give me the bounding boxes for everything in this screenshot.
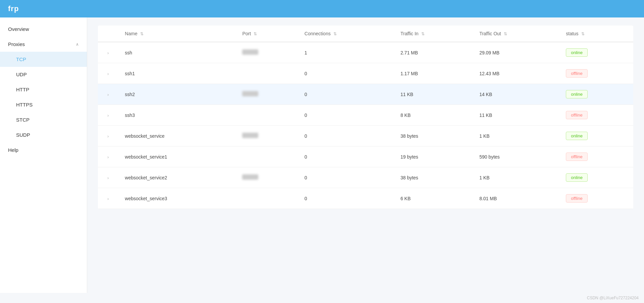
status-badge: online bbox=[566, 173, 588, 182]
col-traffic_in[interactable]: Traffic In ⇅ bbox=[394, 26, 473, 42]
proxy-traffic-out: 14 KB bbox=[473, 84, 559, 105]
status-badge: offline bbox=[566, 111, 587, 119]
col-port[interactable]: Port ⇅ bbox=[235, 26, 298, 42]
col-name[interactable]: Name ⇅ bbox=[118, 26, 235, 42]
sort-icon-connections: ⇅ bbox=[333, 32, 337, 36]
proxy-name: ssh1 bbox=[118, 63, 235, 84]
proxy-status: offline bbox=[559, 63, 633, 84]
sidebar-overview-label: Overview bbox=[8, 26, 29, 32]
proxy-status: online bbox=[559, 42, 633, 63]
expand-button[interactable]: › bbox=[105, 112, 111, 119]
table-body: ›ssh12.71 MB29.09 MBonline›ssh101.17 MB1… bbox=[98, 42, 633, 209]
app-title: frp bbox=[8, 4, 19, 13]
expand-button[interactable]: › bbox=[105, 70, 111, 78]
status-badge: offline bbox=[566, 153, 587, 161]
watermark-text: CSDN @LiXueFu727224204 bbox=[587, 296, 639, 300]
port-blurred-value bbox=[242, 174, 258, 180]
table-header-row: Name ⇅Port ⇅Connections ⇅Traffic In ⇅Tra… bbox=[98, 26, 633, 42]
proxy-port bbox=[235, 188, 298, 209]
proxy-status: offline bbox=[559, 146, 633, 167]
proxy-traffic-out: 1 KB bbox=[473, 167, 559, 188]
col-connections[interactable]: Connections ⇅ bbox=[298, 26, 394, 42]
status-badge: online bbox=[566, 132, 588, 140]
proxy-traffic-out: 29.09 MB bbox=[473, 42, 559, 63]
proxy-traffic-in: 6 KB bbox=[394, 188, 473, 209]
col-expand bbox=[98, 26, 118, 42]
sidebar-proxies-submenu: TCPUDPHTTPHTTPSSTCPSUDP bbox=[0, 52, 87, 142]
proxy-status: online bbox=[559, 84, 633, 105]
status-badge: offline bbox=[566, 69, 587, 78]
expand-cell: › bbox=[98, 188, 118, 209]
sort-icon-status: ⇅ bbox=[581, 32, 585, 36]
table-header: Name ⇅Port ⇅Connections ⇅Traffic In ⇅Tra… bbox=[98, 26, 633, 42]
proxy-traffic-in: 1.17 MB bbox=[394, 63, 473, 84]
table-row: ›websocket_service306 KB8.01 MBoffline bbox=[98, 188, 633, 209]
sidebar-item-overview[interactable]: Overview bbox=[0, 21, 87, 37]
expand-button[interactable]: › bbox=[105, 132, 111, 140]
sidebar-item-help[interactable]: Help bbox=[0, 142, 87, 158]
expand-cell: › bbox=[98, 84, 118, 105]
col-traffic_out[interactable]: Traffic Out ⇅ bbox=[473, 26, 559, 42]
table-row: ›websocket_service038 bytes1 KBonline bbox=[98, 126, 633, 146]
expand-button[interactable]: › bbox=[105, 49, 111, 57]
proxy-connections: 0 bbox=[298, 105, 394, 126]
expand-cell: › bbox=[98, 42, 118, 63]
col-status[interactable]: status ⇅ bbox=[559, 26, 633, 42]
sort-icon-name: ⇅ bbox=[140, 32, 144, 36]
sidebar-proxies-label: Proxies bbox=[8, 41, 25, 47]
sidebar-item-https[interactable]: HTTPS bbox=[0, 97, 87, 112]
sidebar: Overview Proxies ∧ TCPUDPHTTPHTTPSSTCPSU… bbox=[0, 17, 87, 293]
expand-button[interactable]: › bbox=[105, 174, 111, 182]
sidebar-item-sudp[interactable]: SUDP bbox=[0, 127, 87, 142]
proxy-connections: 1 bbox=[298, 42, 394, 63]
proxy-traffic-out: 12.43 MB bbox=[473, 63, 559, 84]
proxy-status: offline bbox=[559, 105, 633, 126]
status-badge: online bbox=[566, 90, 588, 98]
proxy-name: websocket_service2 bbox=[118, 167, 235, 188]
proxy-traffic-out: 8.01 MB bbox=[473, 188, 559, 209]
proxy-traffic-in: 11 KB bbox=[394, 84, 473, 105]
sidebar-help-label: Help bbox=[8, 147, 18, 153]
proxy-traffic-out: 1 KB bbox=[473, 126, 559, 146]
app-header: frp bbox=[0, 0, 644, 17]
sidebar-item-http[interactable]: HTTP bbox=[0, 82, 87, 97]
proxy-connections: 0 bbox=[298, 188, 394, 209]
proxy-traffic-in: 38 bytes bbox=[394, 126, 473, 146]
expand-button[interactable]: › bbox=[105, 195, 111, 203]
expand-cell: › bbox=[98, 126, 118, 146]
proxy-name: ssh bbox=[118, 42, 235, 63]
proxy-connections: 0 bbox=[298, 63, 394, 84]
sort-icon-port: ⇅ bbox=[254, 32, 257, 36]
expand-cell: › bbox=[98, 63, 118, 84]
port-blurred-value bbox=[242, 91, 258, 96]
proxy-port bbox=[235, 146, 298, 167]
proxy-port bbox=[235, 63, 298, 84]
sidebar-proxies-group[interactable]: Proxies ∧ bbox=[0, 37, 87, 52]
status-badge: offline bbox=[566, 194, 587, 203]
proxy-connections: 0 bbox=[298, 146, 394, 167]
table-row: ›ssh2011 KB14 KBonline bbox=[98, 84, 633, 105]
proxy-traffic-in: 2.71 MB bbox=[394, 42, 473, 63]
chevron-up-icon: ∧ bbox=[76, 42, 79, 47]
expand-cell: › bbox=[98, 167, 118, 188]
proxy-name: websocket_service1 bbox=[118, 146, 235, 167]
sort-icon-traffic_out: ⇅ bbox=[504, 32, 507, 36]
proxy-connections: 0 bbox=[298, 84, 394, 105]
proxy-traffic-in: 38 bytes bbox=[394, 167, 473, 188]
table-row: ›websocket_service1019 bytes590 bytesoff… bbox=[98, 146, 633, 167]
main-layout: Overview Proxies ∧ TCPUDPHTTPHTTPSSTCPSU… bbox=[0, 17, 644, 293]
sidebar-item-tcp[interactable]: TCP bbox=[0, 52, 87, 67]
expand-button[interactable]: › bbox=[105, 91, 111, 98]
sidebar-item-stcp[interactable]: STCP bbox=[0, 112, 87, 127]
proxy-status: online bbox=[559, 167, 633, 188]
table-row: ›ssh101.17 MB12.43 MBoffline bbox=[98, 63, 633, 84]
proxy-name: ssh3 bbox=[118, 105, 235, 126]
proxy-name: ssh2 bbox=[118, 84, 235, 105]
proxy-connections: 0 bbox=[298, 126, 394, 146]
sidebar-item-udp[interactable]: UDP bbox=[0, 67, 87, 82]
watermark: CSDN @LiXueFu727224204 bbox=[0, 293, 644, 303]
expand-button[interactable]: › bbox=[105, 153, 111, 161]
proxy-table: Name ⇅Port ⇅Connections ⇅Traffic In ⇅Tra… bbox=[98, 26, 633, 209]
proxy-port bbox=[235, 84, 298, 105]
proxy-name: websocket_service bbox=[118, 126, 235, 146]
